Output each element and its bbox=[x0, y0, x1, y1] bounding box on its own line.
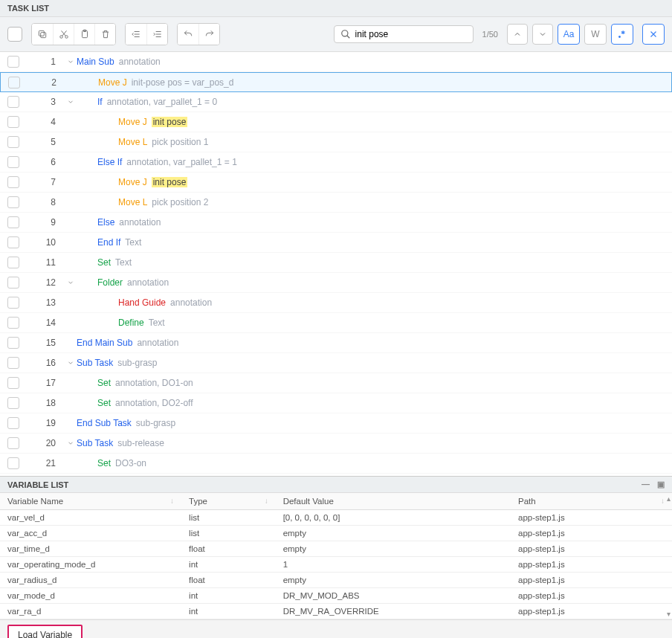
row-checkbox[interactable] bbox=[7, 196, 19, 208]
select-all-checkbox[interactable] bbox=[7, 27, 22, 42]
task-row[interactable]: 4Move Jinit pose bbox=[0, 112, 672, 132]
indent-button[interactable] bbox=[146, 24, 167, 45]
row-checkbox[interactable] bbox=[7, 156, 19, 168]
task-row[interactable]: 21SetDO3-on bbox=[0, 454, 672, 474]
row-checkbox[interactable] bbox=[7, 96, 19, 108]
variable-row[interactable]: var_vel_dlist[0, 0, 0, 0, 0, 0]app-step1… bbox=[0, 510, 672, 526]
chevron-down-icon[interactable] bbox=[65, 359, 77, 367]
token-anno: pick position 1 bbox=[152, 137, 208, 147]
token-orange: Move L bbox=[118, 197, 147, 207]
row-checkbox[interactable] bbox=[7, 317, 19, 329]
row-checkbox[interactable] bbox=[7, 116, 19, 128]
scrollbar-down[interactable]: ▾ bbox=[667, 610, 671, 618]
outdent-button[interactable] bbox=[126, 24, 146, 45]
row-checkbox[interactable] bbox=[7, 397, 19, 409]
row-content: End IfText bbox=[77, 237, 141, 248]
copy-button[interactable] bbox=[32, 24, 53, 45]
token-orange: Move J bbox=[98, 77, 127, 88]
scrollbar-up[interactable]: ▴ bbox=[667, 494, 671, 503]
col-path[interactable]: Path↓ bbox=[511, 493, 672, 510]
task-row[interactable]: 20Sub Tasksub-release bbox=[0, 434, 672, 454]
var-type: int bbox=[181, 604, 276, 619]
task-row[interactable]: 3Ifannotation, var_pallet_1 = 0 bbox=[0, 92, 672, 112]
row-checkbox[interactable] bbox=[7, 337, 19, 349]
task-row[interactable]: 5Move Lpick position 1 bbox=[0, 132, 672, 152]
whole-word-toggle[interactable]: W bbox=[584, 24, 607, 45]
row-checkbox[interactable] bbox=[7, 417, 19, 429]
task-row[interactable]: 11SetText bbox=[0, 253, 672, 273]
row-content: SetText bbox=[77, 257, 132, 268]
regex-toggle[interactable] bbox=[611, 24, 633, 45]
task-row[interactable]: 9Elseannotation bbox=[0, 213, 672, 233]
row-checkbox[interactable] bbox=[8, 77, 20, 88]
variable-row[interactable]: var_time_dfloatemptyapp-step1.js bbox=[0, 541, 672, 557]
task-row[interactable]: 2Move Jinit-pose pos = var_pos_d bbox=[0, 72, 672, 92]
task-row[interactable]: 18Setannotation, DO2-off bbox=[0, 393, 672, 413]
task-row[interactable]: 12Folderannotation bbox=[0, 273, 672, 293]
undo-button[interactable] bbox=[178, 24, 198, 45]
col-name[interactable]: Variable Name↓ bbox=[0, 493, 181, 510]
svg-point-6 bbox=[341, 30, 347, 36]
line-number: 13 bbox=[24, 297, 65, 308]
row-content: Setannotation, DO2-off bbox=[77, 398, 193, 408]
redo-button[interactable] bbox=[198, 24, 219, 45]
task-row[interactable]: 14DefineText bbox=[0, 313, 672, 333]
task-row[interactable]: 1Main Subannotation bbox=[0, 52, 672, 72]
row-checkbox[interactable] bbox=[7, 136, 19, 148]
row-content: Move Jinit-pose pos = var_pos_d bbox=[77, 77, 233, 88]
chevron-down-icon[interactable] bbox=[65, 279, 77, 286]
row-checkbox[interactable] bbox=[7, 257, 19, 268]
row-checkbox[interactable] bbox=[7, 176, 19, 188]
load-variable-button[interactable]: Load Variable bbox=[7, 625, 83, 638]
paste-button[interactable] bbox=[74, 24, 94, 45]
token-anno: annotation, var_pallet_1 = 1 bbox=[126, 157, 236, 167]
row-content: End Main Subannotation bbox=[77, 338, 178, 348]
chevron-down-icon[interactable] bbox=[65, 98, 77, 106]
line-number: 1 bbox=[24, 57, 65, 67]
line-number: 20 bbox=[24, 438, 65, 448]
task-row[interactable]: 19End Sub Tasksub-grasp bbox=[0, 413, 672, 434]
row-checkbox[interactable] bbox=[7, 297, 19, 309]
row-checkbox[interactable] bbox=[7, 216, 19, 228]
row-content: Sub Tasksub-grasp bbox=[77, 358, 158, 368]
delete-button[interactable] bbox=[94, 24, 115, 45]
variable-row[interactable]: var_radius_dfloatemptyapp-step1.js bbox=[0, 573, 672, 588]
row-checkbox[interactable] bbox=[7, 457, 19, 469]
row-checkbox[interactable] bbox=[7, 56, 19, 68]
col-default[interactable]: Default Value bbox=[276, 493, 511, 510]
minimize-icon[interactable]: — bbox=[642, 480, 650, 489]
row-checkbox[interactable] bbox=[7, 437, 19, 449]
chevron-down-icon[interactable] bbox=[65, 439, 77, 447]
chevron-down-icon[interactable] bbox=[65, 58, 77, 65]
prev-match-button[interactable] bbox=[507, 24, 528, 45]
task-row[interactable]: 10End IfText bbox=[0, 233, 672, 253]
task-row[interactable]: 17Setannotation, DO1-on bbox=[0, 373, 672, 393]
task-row[interactable]: 13Hand Guideannotation bbox=[0, 293, 672, 313]
variable-row[interactable]: var_ra_dintDR_MV_RA_OVERRIDEapp-step1.js bbox=[0, 604, 672, 619]
search-input[interactable] bbox=[355, 29, 467, 39]
match-case-toggle[interactable]: Aa bbox=[558, 24, 580, 45]
row-checkbox[interactable] bbox=[7, 236, 19, 248]
search-box[interactable] bbox=[334, 25, 474, 43]
variable-row[interactable]: var_mode_dintDR_MV_MOD_ABSapp-step1.js bbox=[0, 588, 672, 604]
next-match-button[interactable] bbox=[532, 24, 553, 45]
line-number: 15 bbox=[24, 338, 65, 348]
task-row[interactable]: 6Else Ifannotation, var_pallet_1 = 1 bbox=[0, 152, 672, 173]
task-row[interactable]: 16Sub Tasksub-grasp bbox=[0, 353, 672, 373]
variable-row[interactable]: var_operating_mode_dint1app-step1.js bbox=[0, 557, 672, 573]
variable-row[interactable]: var_acc_dlistemptyapp-step1.js bbox=[0, 526, 672, 541]
cut-button[interactable] bbox=[53, 24, 74, 45]
task-row[interactable]: 7Move Jinit pose bbox=[0, 173, 672, 193]
task-row[interactable]: 15End Main Subannotation bbox=[0, 333, 672, 353]
task-rows[interactable]: 1Main Subannotation2Move Jinit-pose pos … bbox=[0, 52, 672, 476]
maximize-icon[interactable]: ▣ bbox=[657, 480, 665, 489]
token-blue: End If bbox=[97, 237, 120, 248]
task-row[interactable]: 8Move Lpick position 2 bbox=[0, 193, 672, 213]
row-checkbox[interactable] bbox=[7, 277, 19, 289]
close-search-button[interactable] bbox=[642, 24, 665, 45]
token-anno: annotation, DO1-on bbox=[115, 378, 193, 388]
row-checkbox[interactable] bbox=[7, 377, 19, 389]
row-content: Move Lpick position 2 bbox=[77, 197, 208, 207]
row-checkbox[interactable] bbox=[7, 357, 19, 369]
col-type[interactable]: Type↓ bbox=[181, 493, 276, 510]
